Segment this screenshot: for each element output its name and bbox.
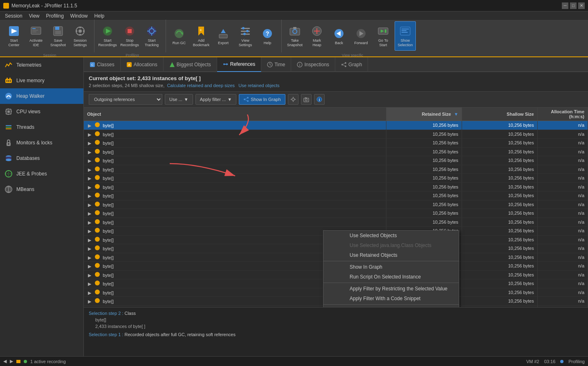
context-menu-item[interactable]: Use Selected Objects xyxy=(323,231,459,240)
sidebar-item-databases[interactable]: Databases xyxy=(0,150,83,166)
context-menu-item[interactable]: Apply Filter by Restricting the Selected… xyxy=(323,284,459,294)
menu-window[interactable]: Window xyxy=(67,12,91,20)
menu-session[interactable]: Session xyxy=(2,12,26,20)
menu-view[interactable]: View xyxy=(26,12,43,20)
tab-references[interactable]: References xyxy=(217,57,261,72)
back-button[interactable]: Back xyxy=(328,21,350,51)
view-settings-button[interactable]: ViewSettings xyxy=(235,21,256,51)
sidebar-item-cpu-views[interactable]: CPU views xyxy=(0,104,83,119)
expand-icon[interactable]: ▶ xyxy=(87,167,92,172)
minimize-button[interactable]: ─ xyxy=(562,2,568,9)
show-in-graph-button[interactable]: Show In Graph xyxy=(239,94,285,105)
mark-heap-button[interactable]: MarkHeap xyxy=(306,21,328,51)
table-row[interactable]: ▶ byte[] 10,256 bytes 10,256 bytes n/a xyxy=(84,174,588,183)
table-row[interactable]: ▶ byte[] 10,256 bytes 10,256 bytes n/a xyxy=(84,156,588,165)
go-to-start-button[interactable]: Go ToStart xyxy=(373,21,394,51)
table-row[interactable]: ▶ byte[] 10,256 bytes 10,256 bytes n/a xyxy=(84,139,588,148)
context-menu-item[interactable]: Show Tree Legend xyxy=(323,305,459,307)
context-menu-item[interactable]: Apply Filter With a Code Snippet xyxy=(323,294,459,303)
sidebar-item-monitors-locks[interactable]: Monitors & locks xyxy=(0,135,83,150)
save-snapshot-button[interactable]: SaveSnapshot xyxy=(47,21,69,51)
table-row[interactable]: ▶ byte[] 10,256 bytes 10,256 bytes n/a xyxy=(84,182,588,191)
tab-biggest-objects[interactable]: Biggest Objects xyxy=(164,57,217,72)
use-button[interactable]: Use ... ▼ xyxy=(165,94,193,105)
use-retained-link[interactable]: Use retained objects xyxy=(238,83,279,88)
show-selection-button[interactable]: ShowSelection xyxy=(395,21,416,51)
forward-button[interactable]: Forward xyxy=(350,21,372,51)
menu-profiling[interactable]: Profiling xyxy=(43,12,67,20)
expand-icon[interactable]: ▶ xyxy=(87,282,92,287)
expand-icon[interactable]: ▶ xyxy=(87,185,92,190)
expand-icon[interactable]: ▶ xyxy=(87,299,92,304)
menu-help[interactable]: Help xyxy=(91,12,108,20)
table-row[interactable]: ▶ byte[] 10,256 bytes 10,256 bytes n/a xyxy=(84,209,588,218)
start-center-button[interactable]: StartCenter xyxy=(3,21,25,51)
expand-icon[interactable]: ▶ xyxy=(87,202,92,207)
sidebar-item-live-memory[interactable]: Live memory xyxy=(0,73,83,88)
sidebar-item-jee-probes[interactable]: JEE & Probes xyxy=(0,166,83,182)
context-menu-item[interactable]: Run Script On Selected Instance xyxy=(323,272,459,282)
expand-icon[interactable]: ▶ xyxy=(87,150,92,155)
sidebar-item-heap-walker[interactable]: Heap Walker xyxy=(0,88,83,104)
camera-icon-button[interactable] xyxy=(301,94,312,105)
table-row[interactable]: ▶ byte[] 10,256 bytes 10,256 bytes n/a xyxy=(84,200,588,209)
table-row[interactable]: ▶ byte[] 10,256 bytes 10,256 bytes n/a xyxy=(84,147,588,156)
tab-time[interactable]: Time xyxy=(261,57,291,72)
expand-icon[interactable]: ▶ xyxy=(87,247,92,251)
run-gc-button[interactable]: Run GC xyxy=(168,21,190,51)
expand-icon[interactable]: ▶ xyxy=(87,229,92,234)
expand-icon[interactable]: ▶ xyxy=(87,123,92,128)
view-type-select[interactable]: Outgoing references xyxy=(89,94,162,105)
settings-icon-button[interactable] xyxy=(288,94,298,105)
expand-icon[interactable]: ▶ xyxy=(87,220,92,225)
context-menu-item[interactable]: Show In Graph xyxy=(323,262,459,272)
start-recordings-button[interactable]: StartRecordings xyxy=(97,21,118,51)
title-bar-controls[interactable]: ─ □ ✕ xyxy=(562,2,585,9)
context-menu-item[interactable]: Use Retained Objects xyxy=(323,250,459,260)
col-header-shallow[interactable]: Shallow Size xyxy=(462,108,537,121)
close-button[interactable]: ✕ xyxy=(578,2,585,9)
sidebar-item-mbeans[interactable]: MBeans xyxy=(0,182,83,197)
start-tracking-button[interactable]: StartTracking xyxy=(141,21,162,51)
col-header-object[interactable]: Object xyxy=(84,108,386,121)
table-row[interactable]: ▶ byte[] 10,256 bytes 10,256 bytes n/a xyxy=(84,121,588,130)
status-nav-right[interactable]: ▶ xyxy=(10,359,13,364)
table-row[interactable]: ▶ byte[] 10,256 bytes 10,256 bytes n/a xyxy=(84,218,588,227)
expand-icon[interactable]: ▶ xyxy=(87,290,92,295)
expand-icon[interactable]: ▶ xyxy=(87,159,92,164)
tab-graph[interactable]: Graph xyxy=(335,57,368,72)
sidebar-item-telemetries[interactable]: Telemetries xyxy=(0,57,83,73)
tab-allocations[interactable]: A Allocations xyxy=(121,57,164,72)
maximize-button[interactable]: □ xyxy=(570,2,577,9)
sidebar-item-threads[interactable]: Threads xyxy=(0,119,83,135)
activate-ide-button[interactable]: ActivateIDE xyxy=(25,21,47,51)
take-snapshot-button[interactable]: TakeSnapshot xyxy=(284,21,305,51)
export-button[interactable]: Export xyxy=(213,21,234,51)
expand-icon[interactable]: ▶ xyxy=(87,132,92,137)
session-settings-button[interactable]: SessionSettings xyxy=(70,21,91,51)
expand-icon[interactable]: ▶ xyxy=(87,176,92,181)
apply-filter-button[interactable]: Apply filter ... ▼ xyxy=(195,94,236,105)
expand-icon[interactable]: ▶ xyxy=(87,141,92,146)
status-nav-left[interactable]: ◀ xyxy=(3,359,7,364)
expand-icon[interactable]: ▶ xyxy=(87,273,92,278)
table-row[interactable]: ▶ byte[] 10,256 bytes 10,256 bytes n/a xyxy=(84,191,588,200)
selection-step1-link[interactable]: Selection step 1 : xyxy=(89,332,123,337)
info-icon-button[interactable]: i xyxy=(314,94,325,105)
col-header-alloc[interactable]: Allocation Time (h:m:s) xyxy=(537,108,588,121)
expand-icon[interactable]: ▶ xyxy=(87,255,92,260)
stop-recordings-button[interactable]: StopRecordings xyxy=(119,21,140,51)
selection-step2-link[interactable]: Selection step 2 : xyxy=(89,311,123,316)
expand-icon[interactable]: ▶ xyxy=(87,238,92,243)
add-bookmark-button[interactable]: + AddBookmark xyxy=(191,21,212,51)
table-row[interactable]: ▶ byte[] 10,256 bytes 10,256 bytes n/a xyxy=(84,165,588,174)
tab-classes[interactable]: C Classes xyxy=(84,57,121,72)
expand-icon[interactable]: ▶ xyxy=(87,211,92,216)
col-header-retained[interactable]: Retained Size ▼ xyxy=(386,108,462,121)
calculate-retained-link[interactable]: Calculate retained and deep sizes xyxy=(167,83,235,88)
expand-icon[interactable]: ▶ xyxy=(87,264,92,269)
table-row[interactable]: ▶ byte[] 10,256 bytes 10,256 bytes n/a xyxy=(84,130,588,139)
expand-icon[interactable]: ▶ xyxy=(87,194,92,199)
help-button[interactable]: ? Help xyxy=(257,21,278,51)
tab-inspections[interactable]: i Inspections xyxy=(291,57,335,72)
